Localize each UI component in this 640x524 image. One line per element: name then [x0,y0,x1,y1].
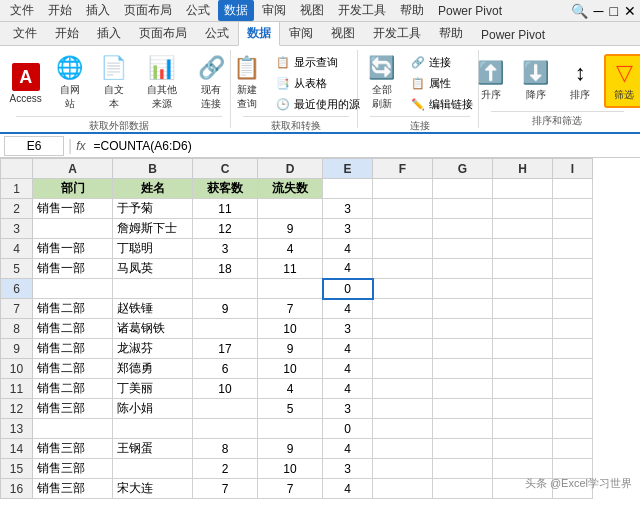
cell-6-H[interactable] [493,279,553,299]
col-header-E[interactable]: E [323,159,373,179]
formula-input[interactable] [90,137,637,155]
access-btn[interactable]: A Access [6,58,46,109]
cell-9-G[interactable] [433,339,493,359]
tab-开发工具[interactable]: 开发工具 [364,21,430,45]
cell-12-G[interactable] [433,399,493,419]
tab-插入[interactable]: 插入 [88,21,130,45]
cell-15-G[interactable] [433,459,493,479]
cell-2-D[interactable] [258,199,323,219]
menu-item-Power Pivot[interactable]: Power Pivot [432,2,508,20]
cell-11-I[interactable] [553,379,593,399]
cell-12-D[interactable]: 5 [258,399,323,419]
close-btn[interactable]: ✕ [624,3,636,19]
row-header-16[interactable]: 16 [1,479,33,499]
menu-item-文件[interactable]: 文件 [4,0,40,21]
cell-1-D[interactable]: 流失数 [258,179,323,199]
cell-7-G[interactable] [433,299,493,319]
col-header-C[interactable]: C [193,159,258,179]
menu-item-帮助[interactable]: 帮助 [394,0,430,21]
row-header-7[interactable]: 7 [1,299,33,319]
cell-9-C[interactable]: 17 [193,339,258,359]
cell-9-B[interactable]: 龙淑芬 [113,339,193,359]
cell-13-C[interactable] [193,419,258,439]
cell-reference[interactable] [4,136,64,156]
tab-Power Pivot[interactable]: Power Pivot [472,24,554,45]
menu-item-开发工具[interactable]: 开发工具 [332,0,392,21]
cell-5-B[interactable]: 马凤英 [113,259,193,279]
cell-13-B[interactable] [113,419,193,439]
cell-12-A[interactable]: 销售三部 [33,399,113,419]
cell-9-H[interactable] [493,339,553,359]
cell-9-F[interactable] [373,339,433,359]
sort-btn[interactable]: ↕️ 排序 [560,55,600,107]
cell-7-A[interactable]: 销售二部 [33,299,113,319]
cell-13-H[interactable] [493,419,553,439]
restore-btn[interactable]: □ [610,3,618,19]
menu-item-插入[interactable]: 插入 [80,0,116,21]
col-header-A[interactable]: A [33,159,113,179]
tab-开始[interactable]: 开始 [46,21,88,45]
cell-11-G[interactable] [433,379,493,399]
cell-2-C[interactable]: 11 [193,199,258,219]
cell-6-G[interactable] [433,279,493,299]
cell-11-F[interactable] [373,379,433,399]
cell-14-B[interactable]: 王钢蛋 [113,439,193,459]
cell-11-E[interactable]: 4 [323,379,373,399]
cell-8-E[interactable]: 3 [323,319,373,339]
recent-sources-btn[interactable]: 🕒 最近使用的源 [271,95,365,114]
cell-12-B[interactable]: 陈小娟 [113,399,193,419]
cell-7-F[interactable] [373,299,433,319]
cell-15-A[interactable]: 销售三部 [33,459,113,479]
cell-6-I[interactable] [553,279,593,299]
cell-1-I[interactable] [553,179,593,199]
cell-10-C[interactable]: 6 [193,359,258,379]
cell-6-A[interactable] [33,279,113,299]
cell-2-B[interactable]: 于予菊 [113,199,193,219]
cell-1-C[interactable]: 获客数 [193,179,258,199]
cell-13-F[interactable] [373,419,433,439]
cell-13-A[interactable] [33,419,113,439]
cell-12-E[interactable]: 3 [323,399,373,419]
cell-12-C[interactable] [193,399,258,419]
cell-8-I[interactable] [553,319,593,339]
cell-12-I[interactable] [553,399,593,419]
from-table-btn[interactable]: 📑 从表格 [271,74,365,93]
cell-3-C[interactable]: 12 [193,219,258,239]
cell-1-B[interactable]: 姓名 [113,179,193,199]
tab-公式[interactable]: 公式 [196,21,238,45]
tab-数据[interactable]: 数据 [238,21,280,46]
cell-15-B[interactable] [113,459,193,479]
cell-14-E[interactable]: 4 [323,439,373,459]
cell-6-B[interactable] [113,279,193,299]
cell-13-E[interactable]: 0 [323,419,373,439]
cell-9-E[interactable]: 4 [323,339,373,359]
row-header-8[interactable]: 8 [1,319,33,339]
cell-16-G[interactable] [433,479,493,499]
cell-14-F[interactable] [373,439,433,459]
cell-5-D[interactable]: 11 [258,259,323,279]
show-query-btn[interactable]: 📋 显示查询 [271,53,365,72]
tab-审阅[interactable]: 审阅 [280,21,322,45]
cell-2-G[interactable] [433,199,493,219]
row-header-11[interactable]: 11 [1,379,33,399]
cell-15-D[interactable]: 10 [258,459,323,479]
cell-8-B[interactable]: 诸葛钢铁 [113,319,193,339]
cell-4-E[interactable]: 4 [323,239,373,259]
cell-4-I[interactable] [553,239,593,259]
cell-6-F[interactable] [373,279,433,299]
cell-13-D[interactable] [258,419,323,439]
col-header-B[interactable]: B [113,159,193,179]
cell-13-G[interactable] [433,419,493,439]
col-header-H[interactable]: H [493,159,553,179]
minimize-btn[interactable]: ─ [594,3,604,19]
row-header-4[interactable]: 4 [1,239,33,259]
row-header-12[interactable]: 12 [1,399,33,419]
sort-desc-btn[interactable]: ⬇️ 降序 [515,55,556,107]
cell-8-F[interactable] [373,319,433,339]
cell-5-E[interactable]: 4 [323,259,373,279]
tab-视图[interactable]: 视图 [322,21,364,45]
menu-item-开始[interactable]: 开始 [42,0,78,21]
cell-10-A[interactable]: 销售二部 [33,359,113,379]
row-header-3[interactable]: 3 [1,219,33,239]
menu-item-公式[interactable]: 公式 [180,0,216,21]
